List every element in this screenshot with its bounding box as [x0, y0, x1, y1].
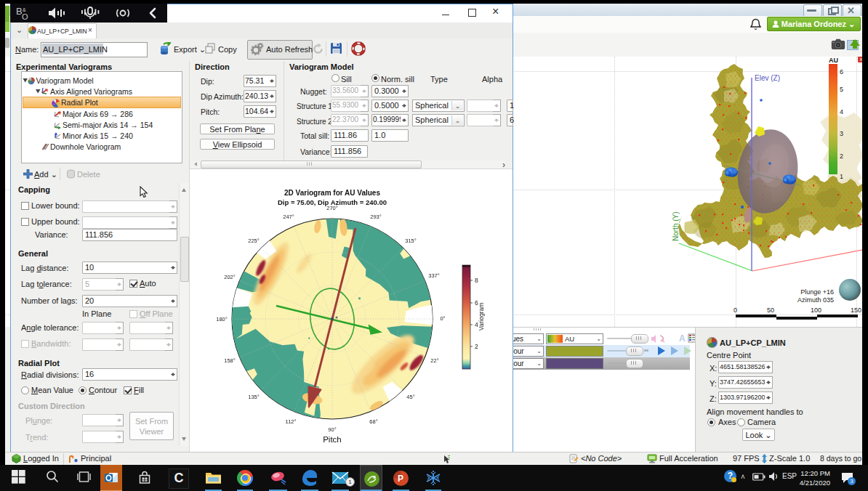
- svg-text:Major Axis 69 → 286: Major Axis 69 → 286: [63, 110, 133, 118]
- svg-text:Downhole Variogram: Downhole Variogram: [50, 142, 121, 151]
- svg-text:293°: 293°: [370, 214, 382, 220]
- svg-text:Variogram: Variogram: [478, 303, 485, 331]
- svg-text:225°: 225°: [248, 238, 260, 244]
- svg-text:&: &: [23, 7, 26, 12]
- svg-text:2: 2: [475, 343, 478, 350]
- svg-text:90°: 90°: [328, 426, 336, 433]
- svg-text:68°: 68°: [369, 418, 377, 425]
- svg-text:315°: 315°: [405, 238, 417, 244]
- svg-text:Dip = 75.00, Dip Azimuth = 240: Dip = 75.00, Dip Azimuth = 240.00: [278, 198, 387, 206]
- svg-text:Radial Plot: Radial Plot: [61, 98, 98, 107]
- svg-text:A: A: [679, 333, 686, 344]
- svg-text:0°: 0°: [440, 315, 445, 322]
- svg-text:Pitch: Pitch: [323, 435, 342, 444]
- svg-text:112°: 112°: [286, 418, 297, 425]
- svg-text:P: P: [398, 474, 403, 484]
- svg-text:O: O: [22, 12, 28, 20]
- svg-text:8: 8: [475, 277, 478, 284]
- svg-text:Axis Aligned Variograms: Axis Aligned Variograms: [50, 87, 132, 96]
- svg-text:Minor Axis 15 → 240: Minor Axis 15 → 240: [63, 131, 133, 140]
- svg-text:45°: 45°: [406, 394, 414, 400]
- svg-text:247°: 247°: [283, 214, 294, 220]
- svg-text:135°: 135°: [248, 394, 260, 400]
- svg-text:2D Variogram for AU Values: 2D Variogram for AU Values: [284, 189, 380, 197]
- svg-text:202°: 202°: [224, 274, 236, 280]
- svg-text:180°: 180°: [216, 316, 228, 322]
- svg-text:22°: 22°: [430, 357, 438, 364]
- svg-text:Semi-major Axis 14 → 154: Semi-major Axis 14 → 154: [63, 121, 153, 129]
- svg-text:Variogram Model: Variogram Model: [36, 76, 94, 85]
- svg-text:337°: 337°: [428, 272, 440, 279]
- svg-text:158°: 158°: [224, 357, 236, 364]
